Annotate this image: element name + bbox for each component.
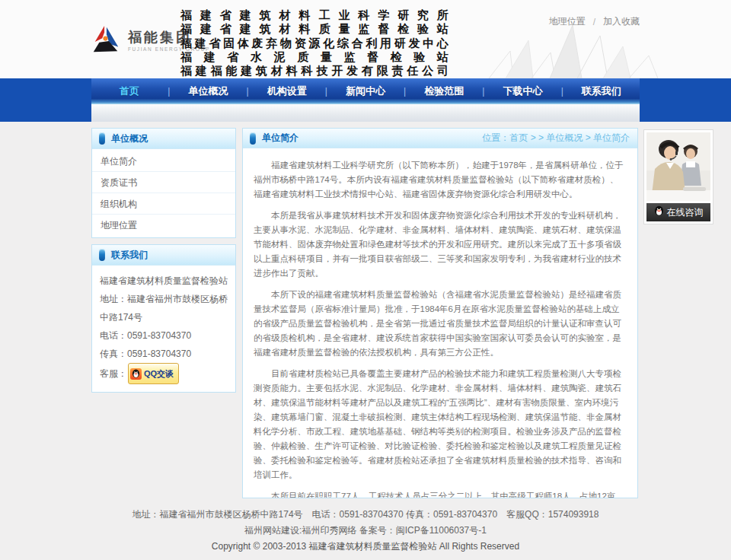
nav-item-inspection-scope[interactable]: 检验范围	[406, 84, 482, 98]
section-pill-icon	[250, 132, 256, 145]
footer-contact-line: 地址：福建省福州市鼓楼区杨桥中路174号 电话：0591-83704370 传真…	[0, 507, 731, 523]
site-titles: 福建省建筑材料工业科学研究所 福建省建筑材料质量监督检验站 福建省固体废弃物资源…	[180, 8, 448, 78]
article-paragraph: 本所下设的福建省建筑材料质量监督检验站（含福建省水泥质量监督检验站）是经福建省质…	[254, 288, 627, 360]
top-links-separator: /	[593, 17, 595, 27]
section-pill-icon	[99, 132, 105, 145]
header: 福能集团 FUJIAN ENERGY GROUP 福建省建筑材料工业科学研究所 …	[0, 0, 731, 78]
top-links: 地理位置 / 加入收藏	[549, 15, 640, 28]
online-service-panel: 在线咨询	[643, 129, 713, 224]
nav-item-home[interactable]: 首页	[91, 84, 168, 98]
site-title-5: 福建福能建筑材料科技开发有限责任公司	[180, 64, 448, 78]
qq-chat-label: QQ交谈	[144, 364, 174, 383]
qq-penguin-icon	[130, 368, 142, 380]
main-panel: 单位简介 位置：首页 > > 单位概况 > 单位简介 福建省建筑材料工业科学研究…	[242, 128, 638, 498]
online-consult-label: 在线咨询	[667, 206, 704, 219]
sidebar-item-location[interactable]: 地理位置	[92, 215, 235, 236]
footer-copyright: Copyright © 2003-2013 福建省建筑材料质量监督检验站 All…	[0, 539, 731, 555]
geo-location-link[interactable]: 地理位置	[549, 15, 586, 28]
band-right-block	[640, 78, 731, 122]
contact-fax: 传真：0591-83704370	[100, 345, 228, 363]
page-title: 单位简介	[262, 132, 298, 145]
band-left-block	[0, 78, 91, 122]
main-panel-header: 单位简介 位置：首页 > > 单位概况 > 单位简介	[243, 129, 637, 148]
sidebar-about-box: 单位概况 单位简介 资质证书 组织机构 地理位置	[91, 128, 236, 238]
nav-item-about[interactable]: 单位概况	[170, 84, 246, 98]
contact-phone: 电话：0591-83704370	[100, 326, 228, 345]
sidebar-contact-header: 联系我们	[92, 245, 235, 266]
fujian-energy-logo-icon	[90, 24, 122, 56]
site-title-1: 福建省建筑材料工业科学研究所	[180, 8, 448, 22]
article-paragraph: 本所目前在职职工77人，工程技术人员占三分之二以上，其中高级工程师18人。占地1…	[254, 489, 627, 498]
page: 福能集团 FUJIAN ENERGY GROUP 福建省建筑材料工业科学研究所 …	[0, 0, 731, 560]
article-paragraph: 目前省建材质检站已具备覆盖主要建材产品的检验技术能力和建筑工程质量检测八大专项检…	[254, 367, 627, 482]
qq-penguin-icon	[654, 205, 664, 219]
sidebar-about-title: 单位概况	[111, 132, 148, 145]
sidebar-contact-box: 联系我们 福建省建筑材料质量监督检验站 地址：福建省福州市鼓楼区杨桥中路174号…	[91, 244, 236, 393]
contact-org: 福建省建筑材料质量监督检验站	[100, 272, 228, 290]
sidebar-about-menu: 单位简介 资质证书 组织机构 地理位置	[92, 149, 235, 237]
nav-band: 首页 | 单位概况 | 机构设置 | 新闻中心 | 检验范围 | 下载中心 | …	[0, 78, 731, 122]
footer: 地址：福建省福州市鼓楼区杨桥中路174号 电话：0591-83704370 传真…	[0, 507, 731, 555]
main-nav: 首页 | 单位概况 | 机构设置 | 新闻中心 | 检验范围 | 下载中心 | …	[91, 78, 640, 104]
section-pill-icon	[99, 249, 105, 261]
article-paragraph: 福建省建筑材料工业科学研究所（以下简称本所），始建于1978年，是省属科研单位，…	[254, 158, 627, 202]
nav-item-news[interactable]: 新闻中心	[327, 84, 404, 98]
article-paragraph: 本所是我省从事建筑材料技术开发和固体废弃物资源化综合利用技术开发的专业科研机构，…	[254, 208, 627, 281]
sidebar-contact-title: 联系我们	[111, 249, 148, 262]
qq-chat-button[interactable]: QQ交谈	[128, 363, 179, 384]
article-body: 福建省建筑材料工业科学研究所（以下简称本所），始建于1978年，是省属科研单位，…	[243, 148, 637, 498]
sidebar-item-certificates[interactable]: 资质证书	[92, 172, 235, 193]
sidebar: 单位概况 单位简介 资质证书 组织机构 地理位置 联系我们 福建省建筑材料质量监…	[91, 128, 236, 399]
site-title-4: 福建省水泥质量监督检验站	[180, 50, 448, 64]
sidebar-item-intro[interactable]: 单位简介	[92, 151, 235, 172]
breadcrumb[interactable]: 位置：首页 > > 单位概况 > 单位简介	[482, 132, 630, 145]
nav-item-organization[interactable]: 机构设置	[249, 84, 325, 98]
sidebar-about-header: 单位概况	[92, 129, 235, 149]
sidebar-contact-body: 福建省建筑材料质量监督检验站 地址：福建省福州市鼓楼区杨桥中路174号 电话：0…	[92, 266, 235, 392]
site-title-3: 福建省固体废弃物资源化综合利用研发中心	[180, 37, 448, 50]
footer-icp-line: 福州网站建设:福州印秀网络 备案号：闽ICP备11006037号-1	[0, 523, 731, 539]
site-title-2: 福建省建筑材料质量监督检验站	[180, 22, 448, 36]
contact-address: 地址：福建省福州市鼓楼区杨桥中路174号	[100, 290, 228, 326]
nav-sub-band	[91, 104, 640, 122]
contact-service-row: 客服： QQ交谈	[100, 363, 228, 384]
add-favorite-link[interactable]: 加入收藏	[603, 15, 640, 28]
customer-service-photo	[646, 132, 710, 201]
sidebar-item-organization[interactable]: 组织机构	[92, 193, 235, 215]
online-consult-button[interactable]: 在线咨询	[646, 203, 710, 221]
nav-item-contact[interactable]: 联系我们	[563, 84, 640, 98]
nav-item-downloads[interactable]: 下载中心	[484, 84, 560, 98]
contact-service-label: 客服：	[100, 364, 127, 383]
building-graphic	[458, 25, 687, 78]
